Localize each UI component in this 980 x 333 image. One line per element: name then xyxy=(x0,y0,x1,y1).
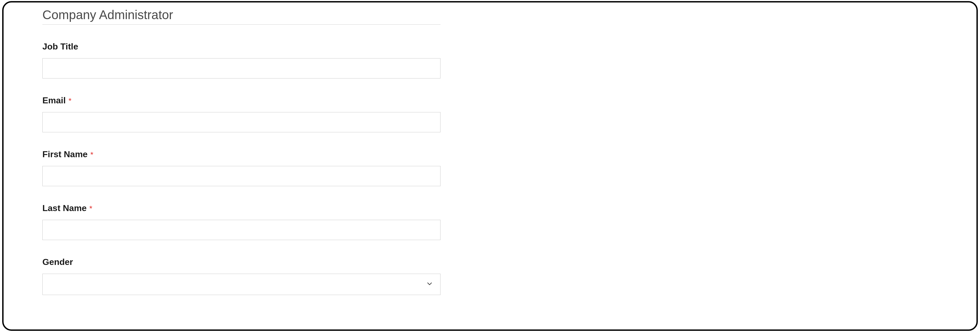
gender-select-wrapper xyxy=(42,274,441,295)
first-name-input[interactable] xyxy=(42,166,441,186)
field-last-name: Last Name * xyxy=(42,203,441,240)
label-row-first-name: First Name * xyxy=(42,149,441,159)
label-job-title: Job Title xyxy=(42,41,78,52)
required-mark-first-name: * xyxy=(90,150,93,159)
required-mark-email: * xyxy=(68,97,72,105)
label-row-gender: Gender xyxy=(42,257,441,267)
field-email: Email * xyxy=(42,96,441,132)
job-title-input[interactable] xyxy=(42,58,441,78)
email-input[interactable] xyxy=(42,112,441,132)
gender-select[interactable] xyxy=(42,274,441,295)
label-row-job-title: Job Title xyxy=(42,41,441,52)
required-mark-last-name: * xyxy=(89,204,92,213)
field-job-title: Job Title xyxy=(42,41,441,78)
label-last-name: Last Name xyxy=(42,203,87,213)
label-first-name: First Name xyxy=(42,149,88,159)
label-row-last-name: Last Name * xyxy=(42,203,441,213)
label-row-email: Email * xyxy=(42,96,441,105)
last-name-input[interactable] xyxy=(42,220,441,240)
field-first-name: First Name * xyxy=(42,149,441,186)
form-panel: Company Administrator Job Title Email * … xyxy=(2,1,978,331)
form-content: Company Administrator Job Title Email * … xyxy=(3,2,977,295)
label-email: Email xyxy=(42,96,65,105)
field-gender: Gender xyxy=(42,257,441,295)
label-gender: Gender xyxy=(42,257,73,267)
section-title: Company Administrator xyxy=(42,7,938,22)
section-divider xyxy=(42,24,441,25)
